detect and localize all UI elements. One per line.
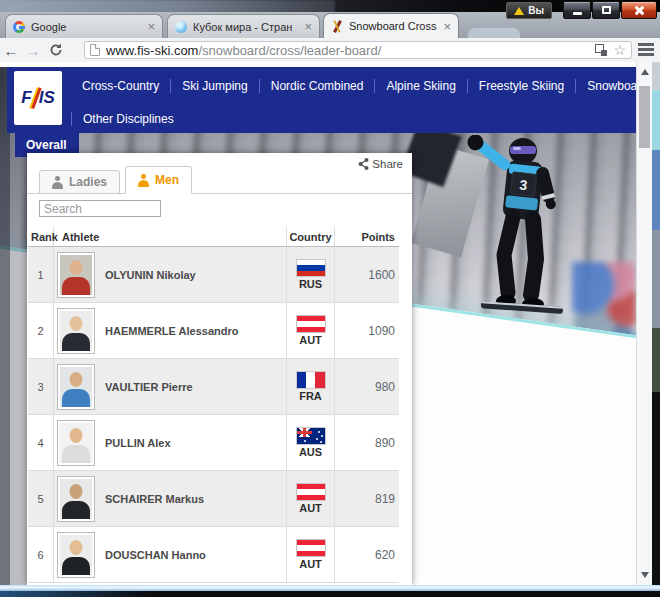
country-cell: AUT xyxy=(287,527,335,582)
fis-logo-text: F I S xyxy=(21,87,54,109)
country-cell: AUT xyxy=(287,471,335,526)
athlete-photo-inner xyxy=(60,311,92,351)
athlete-cell: SCHAIRER Markus xyxy=(54,471,287,526)
photo-head-silhouette xyxy=(70,372,83,387)
country-cell: RUS xyxy=(287,247,335,302)
maximize-button[interactable] xyxy=(592,1,620,19)
athlete-photo xyxy=(57,532,95,578)
country-cell: AUT xyxy=(287,303,335,358)
athlete-photo xyxy=(57,420,95,466)
leaderboard-table: Rank Athlete Country Points 1 OLYUNIN Ni… xyxy=(28,227,399,585)
table-row[interactable]: 3 VAULTIER Pierre FRA 980 xyxy=(28,359,399,415)
share-button[interactable]: Share xyxy=(358,158,403,170)
athlete-cell: HAEMMERLE Alessandro xyxy=(54,303,287,358)
athlete-cell: OLYUNIN Nikolay xyxy=(54,247,287,302)
language-indicator[interactable]: Вы xyxy=(506,2,552,19)
browser-scrollbar[interactable] xyxy=(636,62,652,585)
nav-item-freestyle-skiing[interactable]: Freestyle Skiing xyxy=(468,79,575,93)
table-row[interactable]: 6 DOUSCHAN Hanno AUT 620 xyxy=(28,527,399,583)
nav-item-alpine-skiing[interactable]: Alpine Skiing xyxy=(375,79,466,93)
table-body: 1 OLYUNIN Nikolay RUS 1600 2 HA xyxy=(28,247,399,583)
athlete-photo xyxy=(57,364,95,410)
tab-men-label: Men xyxy=(155,173,179,187)
minimize-icon xyxy=(573,12,582,15)
rank-cell: 2 xyxy=(28,303,54,358)
country-code: AUS xyxy=(299,446,322,458)
header-points: Points xyxy=(335,227,399,246)
header-athlete: Athlete xyxy=(54,227,287,246)
table-row[interactable]: 2 HAEMMERLE Alessandro AUT 1090 xyxy=(28,303,399,359)
browser-tab-kubok[interactable]: Кубок мира - Стран × xyxy=(167,14,320,38)
tab-strip: Google × Кубок мира - Стран × Snowboard … xyxy=(0,12,660,38)
scrollbar-up-arrow[interactable] xyxy=(641,69,649,75)
person-icon xyxy=(52,176,63,189)
athlete-name[interactable]: DOUSCHAN Hanno xyxy=(105,549,206,561)
photo-body-silhouette xyxy=(62,557,90,575)
address-bar[interactable]: www.fis-ski.com/snowboard/cross/leader-b… xyxy=(84,41,632,59)
minimize-button[interactable] xyxy=(563,1,591,19)
nav-item-nordic-combined[interactable]: Nordic Combined xyxy=(260,79,375,93)
country-code: AUT xyxy=(299,502,322,514)
search-input[interactable] xyxy=(39,200,161,217)
nav-item-ski-jumping[interactable]: Ski Jumping xyxy=(171,79,258,93)
athlete-name[interactable]: OLYUNIN Nikolay xyxy=(105,269,196,281)
photo-body-silhouette xyxy=(62,389,90,407)
tab-ladies[interactable]: Ladies xyxy=(39,170,120,194)
back-button[interactable]: ← xyxy=(0,42,22,59)
fis-logo[interactable]: F I S xyxy=(14,71,62,125)
share-icon xyxy=(358,158,369,170)
page-content: 3 xyxy=(0,62,636,585)
tab-close-icon[interactable]: × xyxy=(147,21,155,32)
fis-favicon-icon xyxy=(331,20,343,32)
scrollbar-thumb[interactable] xyxy=(639,86,650,148)
nav-item-snowboard[interactable]: Snowboard xyxy=(576,79,636,93)
photo-body-silhouette xyxy=(62,277,90,295)
athlete-name[interactable]: PULLIN Alex xyxy=(105,437,171,449)
tab-men[interactable]: Men xyxy=(125,166,192,194)
table-header: Rank Athlete Country Points xyxy=(28,227,399,247)
country-flag xyxy=(296,483,326,501)
browser-tab-google[interactable]: Google × xyxy=(5,14,163,38)
table-row[interactable]: 5 SCHAIRER Markus AUT 819 xyxy=(28,471,399,527)
athlete-name[interactable]: SCHAIRER Markus xyxy=(105,493,204,505)
country-cell: AUS xyxy=(287,415,335,470)
nav-item-cross-country[interactable]: Cross-Country xyxy=(71,79,170,93)
taskbar-edge xyxy=(0,591,660,597)
browser-menu-button[interactable] xyxy=(638,43,654,56)
table-row[interactable]: 4 PULLIN Alex AUS 890 xyxy=(28,415,399,471)
photo-body-silhouette xyxy=(62,333,90,351)
forward-button[interactable]: → xyxy=(22,42,44,59)
person-icon xyxy=(138,174,149,187)
country-code: AUT xyxy=(299,558,322,570)
athlete-photo xyxy=(57,476,95,522)
photo-head-silhouette xyxy=(70,484,83,499)
nav-item-other-disciplines[interactable]: Other Disciplines xyxy=(72,112,185,126)
country-code: RUS xyxy=(299,278,322,290)
site-nav-row2: Other Disciplines xyxy=(71,112,185,126)
logo-letter: S xyxy=(43,88,54,108)
athlete-cell: PULLIN Alex xyxy=(54,415,287,470)
rank-cell: 6 xyxy=(28,527,54,582)
bookmark-star-icon[interactable]: ☆ xyxy=(613,43,626,57)
close-button[interactable] xyxy=(621,1,657,19)
screenshot-root: Google × Кубок мира - Стран × Snowboard … xyxy=(0,0,660,597)
header-country: Country xyxy=(287,227,335,246)
tab-close-icon[interactable]: × xyxy=(443,21,451,32)
country-cell: FRA xyxy=(287,359,335,414)
tab-ladies-label: Ladies xyxy=(69,175,107,189)
header-rank: Rank xyxy=(28,227,54,246)
athlete-photo xyxy=(57,252,95,298)
athlete-photo-inner xyxy=(60,255,92,295)
browser-toolbar: ← → www.fis-ski.com/snowboard/cross/lead… xyxy=(0,38,660,62)
site-nav-row1: Cross-CountrySki JumpingNordic CombinedA… xyxy=(71,79,636,93)
scrollbar-down-arrow[interactable] xyxy=(641,572,649,578)
browser-tab-snowboard-cross-active[interactable]: Snowboard Cross: Le × xyxy=(323,13,459,38)
desktop-edge-strip xyxy=(652,62,660,585)
input-method-icon[interactable] xyxy=(595,44,607,56)
table-row[interactable]: 1 OLYUNIN Nikolay RUS 1600 xyxy=(28,247,399,303)
athlete-name[interactable]: HAEMMERLE Alessandro xyxy=(105,325,238,337)
athlete-name[interactable]: VAULTIER Pierre xyxy=(105,381,193,393)
tab-close-icon[interactable]: × xyxy=(304,21,312,32)
reload-button[interactable] xyxy=(44,43,68,57)
photo-head-silhouette xyxy=(70,428,83,443)
